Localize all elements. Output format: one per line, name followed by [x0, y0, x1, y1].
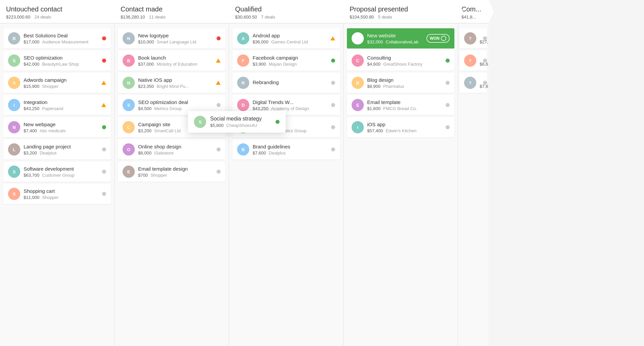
card-company: Papersand	[42, 106, 63, 111]
card-amount: $57,400	[367, 128, 383, 133]
deal-card[interactable]: BBrand guidelines$7,600Dealplus	[232, 139, 340, 160]
avatar: S	[8, 166, 20, 178]
deal-card[interactable]: AAndroid app$36,000Games Central Ltd	[232, 28, 340, 48]
tooltip-info: Social media strategy$5,800CheapShoes4U	[210, 116, 271, 128]
card-info: Integration$43,250Papersand	[24, 99, 98, 111]
card-title: New webpage	[24, 122, 99, 127]
status-indicator	[331, 147, 335, 151]
avatar: N	[123, 77, 135, 89]
deal-card[interactable]: NNative iOS app$23,350Bright Mind Pu...	[118, 73, 225, 93]
card-info: Book launch$37,000Ministry of Education	[138, 55, 213, 67]
card-amount: $43,250	[253, 106, 268, 111]
card-title: Email template design	[138, 166, 213, 172]
card-title: New logotype	[138, 33, 213, 38]
card-info: iOS app$57,400Edwin's Kitchen	[367, 122, 442, 133]
card-company: Dealplus	[40, 150, 57, 155]
card-info: Blog design$8,900Pharmalux	[367, 77, 442, 89]
deal-card[interactable]: RRebranding	[232, 73, 340, 93]
card-info: Software development$63,700Customer Grou…	[24, 166, 99, 178]
column-meta: $223,000.6024 deals	[6, 14, 108, 20]
card-sub: $7,600Dealplus	[253, 150, 328, 155]
deal-card[interactable]: BBook launch$37,000Ministry of Education	[118, 50, 225, 71]
deal-card[interactable]: NNew website$32,000CollaborativeLabWON	[347, 28, 454, 48]
deal-card[interactable]: LLanding page project$3,200Dealplus	[3, 139, 111, 160]
card-info: Landing page project$3,200Dealplus	[24, 144, 99, 155]
status-indicator	[102, 147, 106, 151]
card-sub: $6,000iSalestore	[138, 150, 213, 155]
avatar: A	[8, 77, 20, 89]
column-meta: $30,600.507 deals	[235, 14, 337, 20]
deal-card[interactable]: SSEO optimization$42,000BeautyInLaw Shop	[3, 50, 111, 71]
deal-card[interactable]: OOnline shop design$6,000iSalestore	[118, 139, 225, 160]
card-sub: $63,700Customer Group	[24, 173, 99, 178]
status-indicator	[216, 81, 221, 85]
card-company: Bright Mind Pu...	[157, 84, 189, 89]
card-title: iOS app	[367, 122, 442, 127]
deal-card[interactable]: BBest Solutions Deal$17,000Audience Meas…	[3, 28, 111, 48]
card-company: Smart Language Ltd	[157, 39, 196, 44]
deal-card[interactable]: CConsulting$4,600GreatShoes Factory	[347, 50, 454, 71]
card-sub: $43,250Papersand	[24, 106, 98, 111]
card-sub: $15,900Shopper	[24, 84, 98, 89]
cards-container: BBest Solutions Deal$17,000Audience Meas…	[0, 24, 114, 346]
column-amount: $223,000.60	[6, 14, 30, 20]
card-title: Landing page project	[24, 144, 99, 149]
deal-card[interactable]: AAdwords campaign$15,900Shopper	[3, 73, 111, 93]
deal-card[interactable]: EEmail template$1,600FMCG Bread Co.	[347, 95, 454, 115]
card-company: Edwin's Kitchen	[386, 128, 416, 133]
avatar: S	[8, 55, 20, 67]
avatar: B	[8, 32, 20, 44]
card-amount: $11,000	[24, 195, 39, 200]
deal-card[interactable]: SShopping cart$11,000Shopper	[3, 184, 111, 204]
deal-tooltip-popup[interactable]: SSocial media strategy$5,800CheapShoes4U	[188, 111, 286, 133]
deal-card[interactable]: SSoftware development$63,700Customer Gro…	[3, 162, 111, 182]
deal-card[interactable]: FFacebook campaign$3,900Mayan Design	[232, 50, 340, 71]
card-amount: $3,200	[24, 150, 37, 155]
avatar: N	[123, 32, 135, 44]
tooltip-amount: $5,800	[210, 123, 224, 128]
status-indicator	[102, 59, 106, 63]
card-company: Mayan Design	[269, 62, 297, 67]
status-indicator	[102, 170, 106, 174]
pipeline-column: Proposal presented$104,500.805 dealsNNew…	[344, 0, 458, 346]
deal-card[interactable]: IIntegration$43,250Papersand	[3, 95, 111, 115]
card-title: Adwords campaign	[24, 77, 98, 83]
card-sub: $7,400Abc medicals	[24, 128, 99, 133]
card-title: SEO optimization	[24, 55, 99, 61]
avatar: ?	[464, 77, 476, 89]
card-company: FMCG Bread Co.	[383, 106, 417, 111]
status-indicator	[101, 103, 106, 107]
deal-card[interactable]: BBlog design$8,900Pharmalux	[347, 73, 454, 93]
column-title: Contact made	[121, 5, 223, 13]
deal-card[interactable]: NNew webpage$7,400Abc medicals	[3, 117, 111, 137]
column-header: Qualified$30,600.507 deals	[229, 0, 343, 24]
card-amount: $7,600	[253, 150, 266, 155]
card-info: Brand guidelines$7,600Dealplus	[253, 144, 328, 155]
card-company: Ministry of Education	[157, 62, 197, 67]
card-sub: $3,200Dealplus	[24, 150, 99, 155]
deal-card[interactable]: ?...$7,6...	[459, 73, 487, 93]
card-amount: $3,200	[138, 128, 152, 133]
card-company: Academy of Design	[271, 106, 309, 111]
kanban-board: Untouched contact$223,000.6024 dealsBBes…	[0, 0, 644, 346]
deal-card[interactable]: EEmail template design$700Shopper	[118, 162, 225, 182]
deal-card[interactable]: iiOS app$57,400Edwin's Kitchen	[347, 117, 454, 137]
card-info: Rebranding	[253, 79, 328, 86]
card-amount: $7,400	[24, 128, 37, 133]
avatar: E	[352, 99, 364, 111]
card-company: Metrics Group	[154, 106, 182, 111]
deal-card[interactable]: ?...$27,6...	[459, 28, 487, 48]
card-sub: $10,000Smart Language Ltd	[138, 39, 213, 44]
deal-card[interactable]: NNew logotype$10,000Smart Language Ltd	[118, 28, 225, 48]
card-amount: $10,000	[138, 39, 154, 44]
deal-card[interactable]: ?...$6,6...	[459, 50, 487, 71]
status-indicator	[217, 103, 221, 107]
avatar: B	[237, 143, 249, 155]
card-sub: $17,000Audience Measurement	[24, 39, 99, 44]
card-company: Shopper	[151, 173, 167, 178]
avatar: L	[8, 143, 20, 155]
status-indicator	[102, 125, 106, 129]
avatar: E	[123, 166, 135, 178]
card-title: Best Solutions Deal	[24, 33, 99, 38]
card-sub: $3,900Mayan Design	[253, 62, 328, 67]
